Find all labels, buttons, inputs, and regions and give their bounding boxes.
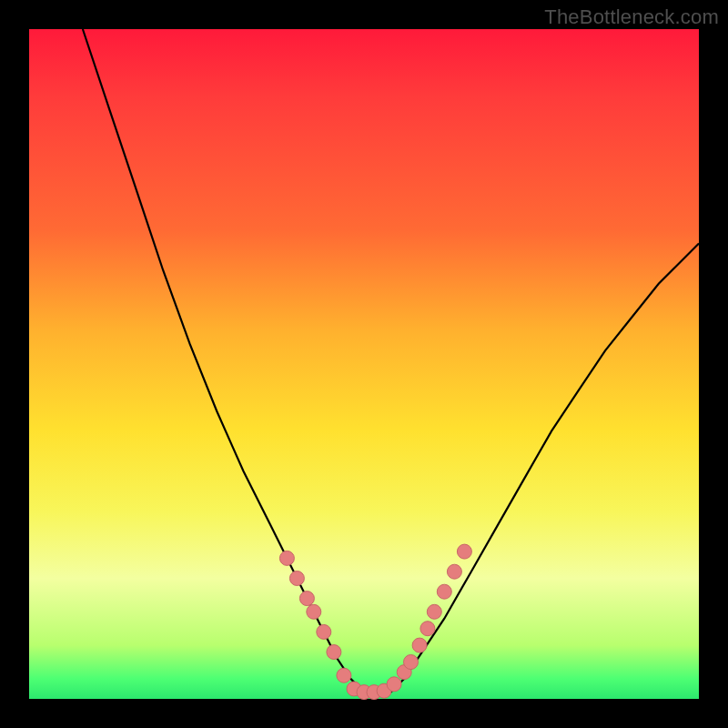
data-marker bbox=[427, 604, 441, 619]
data-marker bbox=[412, 638, 427, 652]
data-marker bbox=[289, 571, 304, 586]
bottleneck-curve bbox=[29, 29, 699, 699]
watermark-text: TheBottleneck.com bbox=[544, 5, 719, 29]
data-marker bbox=[327, 645, 341, 660]
curve-path bbox=[83, 29, 699, 693]
data-marker bbox=[337, 668, 351, 682]
plot-area bbox=[29, 29, 699, 699]
data-marker bbox=[307, 604, 321, 619]
data-marker bbox=[317, 624, 331, 639]
data-marker bbox=[447, 564, 461, 579]
data-marker bbox=[457, 544, 471, 559]
data-marker bbox=[437, 584, 451, 599]
data-marker bbox=[299, 592, 314, 606]
data-marker bbox=[420, 622, 435, 636]
chart-frame: TheBottleneck.com bbox=[0, 0, 728, 728]
data-marker bbox=[279, 551, 294, 565]
data-marker bbox=[387, 677, 401, 692]
data-marker bbox=[404, 655, 419, 670]
